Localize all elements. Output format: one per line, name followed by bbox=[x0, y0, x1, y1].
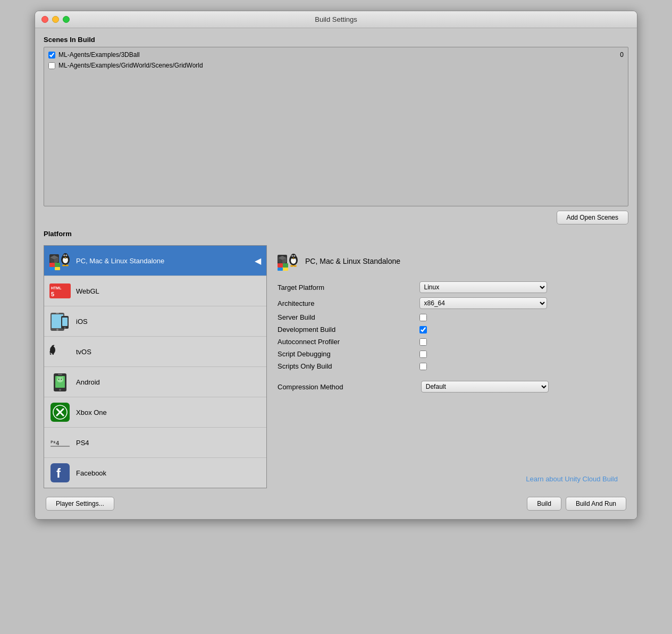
cloud-build-link[interactable]: Learn about Unity Cloud Build bbox=[526, 475, 618, 483]
right-panel: PC, Mac & Linux Standalone Target Platfo… bbox=[267, 245, 628, 488]
svg-point-27 bbox=[64, 327, 66, 329]
svg-point-60 bbox=[293, 265, 297, 267]
maximize-button[interactable] bbox=[63, 16, 70, 23]
svg-rect-15 bbox=[55, 263, 60, 267]
platform-item-ps4[interactable]: ᴾˢ4 PS4 bbox=[44, 428, 266, 458]
platform-selected-arrow: ◀ bbox=[255, 256, 261, 266]
pc-mac-linux-svg bbox=[49, 250, 71, 271]
script-debugging-label: Script Debugging bbox=[278, 350, 411, 358]
build-and-run-button[interactable]: Build And Run bbox=[566, 497, 626, 511]
cloud-build-container: Learn about Unity Cloud Build bbox=[278, 401, 618, 483]
svg-rect-14 bbox=[49, 263, 55, 267]
ps4-svg: ᴾˢ4 bbox=[51, 437, 70, 448]
svg-rect-24 bbox=[56, 313, 59, 314]
window-body: Scenes In Build ML-Agents/Examples/3DBal… bbox=[35, 28, 637, 519]
scene-path-0: ML-Agents/Examples/3DBall bbox=[58, 51, 620, 59]
facebook-icon: f bbox=[49, 462, 71, 483]
player-settings-button[interactable]: Player Settings... bbox=[46, 497, 114, 511]
platform-item-tvos[interactable]: tv tvOS bbox=[44, 337, 266, 367]
ios-svg bbox=[51, 311, 70, 332]
platform-item-ios[interactable]: iOS bbox=[44, 306, 266, 337]
svg-line-37 bbox=[57, 377, 58, 378]
facebook-label: Facebook bbox=[76, 469, 106, 477]
svg-rect-62 bbox=[283, 263, 288, 268]
close-button[interactable] bbox=[41, 16, 48, 23]
title-bar: Build Settings bbox=[35, 11, 637, 28]
scripts-only-build-label: Scripts Only Build bbox=[278, 362, 411, 370]
platform-item-facebook[interactable]: f Facebook bbox=[44, 458, 266, 488]
facebook-svg: f bbox=[51, 463, 70, 482]
svg-point-56 bbox=[292, 255, 293, 256]
pc-mac-linux-icon bbox=[49, 250, 71, 271]
scripts-only-build-checkbox[interactable] bbox=[419, 363, 427, 370]
svg-text:5: 5 bbox=[51, 291, 54, 297]
svg-point-34 bbox=[57, 377, 63, 382]
platform-item-xbox-one[interactable]: Xbox One bbox=[44, 397, 266, 428]
android-icon bbox=[49, 371, 71, 393]
webgl-svg: HTML 5 bbox=[49, 282, 71, 299]
svg-point-32 bbox=[59, 389, 61, 391]
settings-table: Target Platform PC Mac OS X Linux Archit… bbox=[278, 281, 618, 370]
scenes-panel: ML-Agents/Examples/3DBall 0 ML-Agents/Ex… bbox=[44, 47, 628, 206]
add-open-scenes-button[interactable]: Add Open Scenes bbox=[557, 211, 628, 224]
scene-row-1: ML-Agents/Examples/GridWorld/Scenes/Grid… bbox=[44, 60, 628, 71]
svg-rect-63 bbox=[278, 268, 283, 271]
platform-item-webgl[interactable]: HTML 5 WebGL bbox=[44, 276, 266, 306]
scene-checkbox-1[interactable] bbox=[48, 62, 55, 69]
svg-point-9 bbox=[64, 255, 65, 255]
right-panel-header: PC, Mac & Linux Standalone bbox=[278, 251, 618, 272]
platform-item-pc-mac-linux[interactable]: PC, Mac & Linux Standalone ◀ bbox=[44, 246, 266, 276]
architecture-label: Architecture bbox=[278, 299, 411, 307]
compression-section: Compression Method Default LZ4 LZ4HC bbox=[278, 381, 618, 393]
platform-list: PC, Mac & Linux Standalone ◀ HTML 5 WebG… bbox=[44, 245, 267, 488]
build-settings-window: Build Settings Scenes In Build ML-Agents… bbox=[35, 11, 637, 520]
script-debugging-value bbox=[419, 351, 618, 358]
script-debugging-checkbox[interactable] bbox=[419, 351, 427, 358]
platform-section: PC, Mac & Linux Standalone ◀ HTML 5 WebG… bbox=[44, 245, 628, 488]
minimize-button[interactable] bbox=[52, 16, 59, 23]
platform-section-title: Platform bbox=[44, 230, 628, 238]
platform-item-android[interactable]: Android bbox=[44, 367, 266, 397]
target-platform-value: PC Mac OS X Linux bbox=[419, 281, 618, 293]
svg-point-35 bbox=[58, 379, 60, 380]
target-platform-select[interactable]: PC Mac OS X Linux bbox=[419, 281, 547, 293]
svg-text:HTML: HTML bbox=[51, 286, 62, 290]
svg-rect-26 bbox=[62, 318, 68, 326]
bottom-bar: Player Settings... Build Build And Run bbox=[44, 497, 628, 511]
android-label: Android bbox=[76, 378, 100, 386]
build-button[interactable]: Build bbox=[527, 497, 561, 511]
svg-point-10 bbox=[66, 255, 67, 255]
svg-rect-16 bbox=[49, 267, 55, 270]
compression-method-select[interactable]: Default LZ4 LZ4HC bbox=[421, 381, 549, 393]
svg-text:f: f bbox=[56, 466, 61, 480]
ios-icon bbox=[49, 311, 71, 332]
scene-index-0: 0 bbox=[620, 51, 624, 59]
svg-point-23 bbox=[56, 329, 58, 331]
ios-label: iOS bbox=[76, 318, 88, 326]
architecture-value: x86 x86_64 Universal bbox=[419, 297, 618, 309]
scripts-only-build-value bbox=[419, 363, 618, 370]
ps4-icon: ᴾˢ4 bbox=[49, 432, 71, 453]
scenes-section-title: Scenes In Build bbox=[44, 36, 628, 44]
compression-method-label: Compression Method bbox=[278, 383, 413, 391]
svg-rect-61 bbox=[278, 263, 283, 268]
right-panel-icon bbox=[278, 251, 299, 272]
scene-path-1: ML-Agents/Examples/GridWorld/Scenes/Grid… bbox=[58, 62, 624, 69]
tvos-svg: tv bbox=[49, 344, 71, 359]
autoconnect-profiler-checkbox[interactable] bbox=[419, 338, 427, 346]
server-build-label: Server Build bbox=[278, 313, 411, 321]
scene-checkbox-0[interactable] bbox=[48, 52, 55, 59]
svg-point-12 bbox=[62, 265, 65, 266]
scene-row-0: ML-Agents/Examples/3DBall 0 bbox=[44, 49, 628, 60]
svg-line-38 bbox=[62, 377, 63, 378]
xbox-svg bbox=[51, 403, 70, 422]
traffic-lights bbox=[41, 16, 70, 23]
development-build-checkbox[interactable] bbox=[419, 326, 427, 333]
right-panel-platform-svg bbox=[278, 251, 299, 272]
server-build-checkbox[interactable] bbox=[419, 314, 427, 321]
compression-method-value: Default LZ4 LZ4HC bbox=[421, 381, 618, 393]
architecture-select[interactable]: x86 x86_64 Universal bbox=[419, 297, 547, 309]
tvos-icon: tv bbox=[49, 341, 71, 362]
xbox-one-label: Xbox One bbox=[76, 408, 107, 416]
autoconnect-profiler-value bbox=[419, 338, 618, 346]
